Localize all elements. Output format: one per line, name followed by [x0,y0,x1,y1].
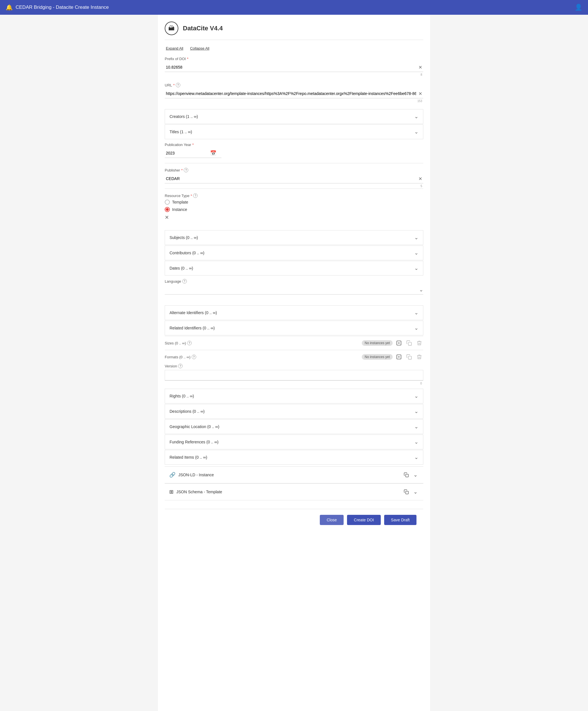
formats-add-button[interactable] [395,353,403,361]
version-help-icon[interactable]: ? [178,364,182,368]
svg-rect-4 [406,474,409,477]
save-draft-button[interactable]: Save Draft [384,515,416,525]
expand-all-button[interactable]: Expand All [165,46,184,51]
json-schema-icon: ⊞ [169,489,174,495]
contributors-header[interactable]: Contributors (0 .. ∞) ⌄ [165,246,423,260]
sizes-copy-button[interactable] [405,339,413,347]
url-label: URL * ? [165,83,423,87]
rights-header[interactable]: Rights (0 .. ∞) ⌄ [165,389,423,403]
dates-chevron-icon: ⌄ [414,265,418,271]
url-char-count: 153 [417,100,422,103]
formats-copy-button[interactable] [405,353,413,361]
formats-delete-button[interactable] [415,353,423,361]
prefix-doi-input[interactable] [165,63,417,72]
publisher-label: Publisher * ? [165,168,423,172]
subjects-header[interactable]: Subjects (0 .. ∞) ⌄ [165,231,423,245]
url-required-star: * [173,83,175,87]
formats-help-icon[interactable]: ? [192,354,196,359]
resource-type-instance-option[interactable]: Instance [165,207,423,212]
titles-header[interactable]: Titles (1 .. ∞) ⌄ [165,125,423,139]
main-content: 🏔 DataCite V4.4 Expand All Collapse All … [158,15,430,711]
sizes-add-button[interactable] [395,339,403,347]
alternate-identifiers-chevron-icon: ⌄ [414,309,418,316]
descriptions-header[interactable]: Descriptions (0 .. ∞) ⌄ [165,404,423,418]
close-button[interactable]: Close [320,515,344,525]
divider-1 [165,163,423,163]
prefix-doi-label: Prefix of DOI * [165,57,423,61]
alternate-identifiers-section: Alternate Identifiers (0 .. ∞) ⌄ [165,305,423,320]
funding-references-chevron-icon: ⌄ [414,439,418,445]
json-schema-chevron-button[interactable]: ⌄ [412,488,419,496]
instance-radio-label: Instance [172,207,187,212]
json-ld-label: JSON-LD - Instance [178,473,214,477]
geographic-location-header[interactable]: Geographic Location (0 .. ∞) ⌄ [165,419,423,434]
calendar-icon[interactable]: 📅 [210,150,216,156]
url-help-icon[interactable]: ? [176,83,180,87]
version-section: Version ? 0 [165,364,423,381]
version-input[interactable] [165,370,423,381]
sizes-right: No instances yet [362,339,423,347]
expand-collapse-row: Expand All Collapse All [165,46,423,51]
sizes-left: Sizes (0 .. ∞) ? [165,341,192,345]
formats-left: Formats (0 .. ∞) ? [165,354,196,359]
titles-section: Titles (1 .. ∞) ⌄ [165,125,423,139]
sizes-help-icon[interactable]: ? [187,341,192,345]
divider-2 [165,189,423,189]
create-doi-button[interactable]: Create DOI [347,515,381,525]
titles-label: Titles (1 .. ∞) [170,130,192,134]
related-items-header[interactable]: Related Items (0 .. ∞) ⌄ [165,450,423,465]
svg-rect-5 [406,491,409,494]
json-schema-chevron-icon: ⌄ [413,489,418,495]
publisher-input[interactable] [165,174,417,183]
geographic-location-label: Geographic Location (0 .. ∞) [170,424,219,429]
funding-references-label: Funding References (0 .. ∞) [170,440,219,444]
contributors-section: Contributors (0 .. ∞) ⌄ [165,245,423,260]
sizes-delete-button[interactable] [415,339,423,347]
resource-type-section: Resource Type * ? Template Instance ✕ [165,193,423,220]
json-ld-chevron-button[interactable]: ⌄ [412,471,419,479]
json-ld-copy-button[interactable] [402,471,410,478]
resource-type-help-icon[interactable]: ? [193,193,198,198]
geographic-location-section: Geographic Location (0 .. ∞) ⌄ [165,419,423,434]
url-clear-button[interactable]: ✕ [417,90,423,98]
json-schema-section: ⊞ JSON Schema - Template ⌄ [165,483,423,500]
url-section: URL * ? ✕ 153 [165,83,423,99]
sizes-label: Sizes (0 .. ∞) [165,341,186,345]
app-header: 🔔 CEDAR Bridging - Datacite Create Insta… [0,0,588,15]
alternate-identifiers-header[interactable]: Alternate Identifiers (0 .. ∞) ⌄ [165,306,423,320]
language-help-icon[interactable]: ? [182,279,187,283]
json-ld-icon: 🔗 [169,472,175,478]
resource-type-label: Resource Type * ? [165,193,423,198]
related-identifiers-header[interactable]: Related Identifiers (0 .. ∞) ⌄ [165,321,423,335]
publication-year-input[interactable] [165,149,210,158]
svg-rect-1 [409,342,412,346]
descriptions-chevron-icon: ⌄ [414,408,418,414]
publisher-clear-button[interactable]: ✕ [417,175,423,182]
creators-header[interactable]: Creators (1 .. ∞) ⌄ [165,109,423,124]
json-schema-copy-button[interactable] [402,488,410,496]
publisher-required-star: * [181,168,182,172]
publisher-help-icon[interactable]: ? [184,168,188,172]
resource-type-template-option[interactable]: Template [165,199,423,205]
titles-chevron-icon: ⌄ [414,129,418,135]
resource-type-clear-button[interactable]: ✕ [165,214,169,220]
publication-year-section: Publication Year * 📅 [165,143,423,158]
prefix-doi-clear-button[interactable]: ✕ [417,64,423,71]
dates-header[interactable]: Dates (0 .. ∞) ⌄ [165,261,423,275]
user-icon[interactable]: 👤 [575,4,582,11]
formats-label: Formats (0 .. ∞) [165,355,191,359]
funding-references-header[interactable]: Funding References (0 .. ∞) ⌄ [165,435,423,449]
resource-type-radio-group: Template Instance [165,199,423,212]
required-star: * [187,57,188,61]
creators-chevron-icon: ⌄ [414,113,418,120]
related-identifiers-section: Related Identifiers (0 .. ∞) ⌄ [165,321,423,336]
language-select[interactable]: English French German [165,285,419,294]
url-input-wrapper: ✕ 153 [165,89,423,99]
contributors-label: Contributors (0 .. ∞) [170,251,204,255]
related-items-section: Related Items (0 .. ∞) ⌄ [165,450,423,465]
url-input[interactable] [165,89,417,98]
bell-icon[interactable]: 🔔 [6,4,13,11]
collapse-all-button[interactable]: Collapse All [189,46,210,51]
language-dropdown-arrow-icon: ⌄ [419,287,423,293]
dates-section: Dates (0 .. ∞) ⌄ [165,261,423,276]
